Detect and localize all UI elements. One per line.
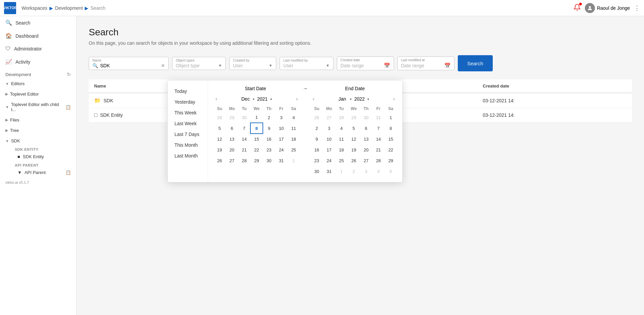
- preset-this-week[interactable]: This Week: [168, 107, 208, 118]
- cal-day-r[interactable]: 31: [323, 166, 335, 177]
- cal-day-r[interactable]: 30: [360, 112, 372, 123]
- dp-year-select-left[interactable]: 2019202020212022: [257, 96, 272, 102]
- cal-day-r[interactable]: 5: [348, 123, 360, 134]
- cal-day[interactable]: 15: [250, 134, 263, 144]
- cal-day-r[interactable]: 30: [311, 166, 323, 177]
- cal-day-r[interactable]: 12: [348, 134, 360, 144]
- cal-day[interactable]: 23: [263, 144, 275, 155]
- cal-day[interactable]: 25: [287, 144, 300, 155]
- cal-day-r[interactable]: 3: [360, 166, 372, 177]
- cal-day-r[interactable]: 26: [311, 112, 323, 123]
- cal-day[interactable]: 6: [226, 123, 238, 134]
- dp-month-select-right[interactable]: JanFebMar AprMayJun JulAugSep OctNovDec: [338, 96, 352, 102]
- cal-day[interactable]: 21: [238, 144, 250, 155]
- dp-prev-icon[interactable]: ‹: [213, 95, 219, 103]
- sidebar-item-administrator[interactable]: 🛡 Administrator: [0, 42, 76, 55]
- cal-day[interactable]: 14: [238, 134, 250, 144]
- cal-day-today[interactable]: 8: [250, 123, 263, 134]
- cal-day-r[interactable]: 10: [323, 134, 335, 144]
- cal-day-r[interactable]: 16: [311, 144, 323, 155]
- app-logo[interactable]: VIK TOR: [4, 2, 16, 14]
- cal-day-r[interactable]: 2: [348, 166, 360, 177]
- last-modified-at-filter[interactable]: Last modified at Date range 📅: [397, 57, 454, 70]
- dp-next-right-icon[interactable]: ›: [391, 95, 397, 103]
- cal-day-r[interactable]: 9: [311, 134, 323, 144]
- cal-day[interactable]: 17: [275, 134, 288, 144]
- cal-day-r[interactable]: 1: [335, 166, 348, 177]
- refresh-icon[interactable]: ↻: [67, 72, 71, 77]
- cal-day[interactable]: 31: [275, 155, 288, 166]
- sidebar-group-toplevel-child-header[interactable]: ▼ Toplevel Editor with child t... 📋: [0, 100, 76, 114]
- object-types-filter[interactable]: Object types Object type ▼: [172, 57, 226, 70]
- cal-day[interactable]: 1: [287, 155, 300, 166]
- workspace-link[interactable]: Development: [55, 5, 83, 11]
- cal-day-r[interactable]: 7: [372, 123, 385, 134]
- user-avatar-menu[interactable]: Raoul de Jonge: [585, 3, 630, 13]
- cal-day-r[interactable]: 11: [335, 134, 348, 144]
- cal-day-r[interactable]: 1: [385, 112, 397, 123]
- cal-day-r[interactable]: 28: [335, 112, 348, 123]
- cal-day[interactable]: 11: [287, 123, 300, 134]
- copy-icon-2[interactable]: 📋: [66, 170, 71, 175]
- cal-day-r[interactable]: 15: [385, 134, 397, 144]
- dp-year-select-right[interactable]: 2019202020212022: [354, 96, 369, 102]
- created-by-filter[interactable]: Created by User ▼: [229, 57, 276, 70]
- dp-next-left-icon[interactable]: ›: [294, 95, 300, 103]
- cal-day[interactable]: 29: [250, 155, 263, 166]
- cal-day-r[interactable]: 27: [323, 112, 335, 123]
- preset-yesterday[interactable]: Yesterday: [168, 97, 208, 107]
- cal-day-r[interactable]: 18: [335, 144, 348, 155]
- preset-this-month[interactable]: This Month: [168, 140, 208, 150]
- cal-day-r[interactable]: 29: [348, 112, 360, 123]
- sidebar-group-files-header[interactable]: ▶ Files: [0, 115, 76, 125]
- sidebar-group-tree-header[interactable]: ▶ Tree: [0, 126, 76, 135]
- cal-day[interactable]: 29: [226, 112, 238, 123]
- sidebar-group-toplevel-header[interactable]: ▶ Toplevel Editor: [0, 90, 76, 99]
- created-date-filter[interactable]: Created date Date range 📅: [337, 57, 394, 70]
- preset-last-week[interactable]: Last Week: [168, 118, 208, 129]
- cal-day-r[interactable]: 4: [372, 166, 385, 177]
- cal-day[interactable]: 20: [226, 144, 238, 155]
- sidebar-group-editors-header[interactable]: ▼ Editors: [0, 79, 76, 88]
- cal-day[interactable]: 10: [275, 123, 288, 134]
- cal-day-r[interactable]: 2: [311, 123, 323, 134]
- cal-day[interactable]: 9: [263, 123, 275, 134]
- calendar-icon[interactable]: 📅: [384, 63, 390, 69]
- sidebar-group-sdk-header[interactable]: ▼ SDK: [0, 136, 76, 145]
- name-filter[interactable]: Name 🔍 ✕: [89, 57, 169, 70]
- cal-day-r[interactable]: 31: [372, 112, 385, 123]
- cal-day-r[interactable]: 4: [335, 123, 348, 134]
- sidebar-sdk-entity-item[interactable]: ■ SDK Entity: [9, 152, 76, 161]
- topbar-more-menu[interactable]: ⋮: [634, 4, 640, 12]
- cal-day-r[interactable]: 26: [348, 155, 360, 166]
- dp-month-sel-right[interactable]: JanFebMar AprMayJun JulAugSep OctNovDec: [338, 96, 352, 102]
- cal-day[interactable]: 22: [250, 144, 263, 155]
- sidebar-item-search[interactable]: 🔍 Search: [0, 16, 76, 29]
- cal-day-r[interactable]: 25: [335, 155, 348, 166]
- cal-day[interactable]: 16: [263, 134, 275, 144]
- cal-day[interactable]: 18: [287, 134, 300, 144]
- preset-today[interactable]: Today: [168, 86, 208, 97]
- preset-last-month[interactable]: Last Month: [168, 150, 208, 161]
- clear-icon[interactable]: ✕: [161, 63, 165, 68]
- sidebar-item-dashboard[interactable]: 🏠 Dashboard: [0, 29, 76, 42]
- cal-day[interactable]: 24: [275, 144, 288, 155]
- cal-day[interactable]: 12: [213, 134, 226, 144]
- cal-day[interactable]: 30: [263, 155, 275, 166]
- cal-day-r[interactable]: 27: [360, 155, 372, 166]
- dp-year-sel-right[interactable]: 2019202020212022: [354, 96, 369, 102]
- dp-month-sel-left[interactable]: JanFebMar AprMayJun JulAugSep OctNovDec: [241, 96, 254, 102]
- cal-day-r[interactable]: 29: [385, 155, 397, 166]
- cal-day-r[interactable]: 3: [323, 123, 335, 134]
- cal-day[interactable]: 19: [213, 144, 226, 155]
- cal-day-r[interactable]: 17: [323, 144, 335, 155]
- cal-day-r[interactable]: 5: [385, 166, 397, 177]
- workspaces-link[interactable]: Workspaces: [22, 5, 47, 11]
- cal-day[interactable]: 4: [287, 112, 300, 123]
- cal-day-r[interactable]: 28: [372, 155, 385, 166]
- cal-day-r[interactable]: 14: [372, 134, 385, 144]
- search-button[interactable]: Search: [458, 55, 493, 71]
- cal-day[interactable]: 28: [238, 155, 250, 166]
- cal-day[interactable]: 13: [226, 134, 238, 144]
- cal-day-r[interactable]: 19: [348, 144, 360, 155]
